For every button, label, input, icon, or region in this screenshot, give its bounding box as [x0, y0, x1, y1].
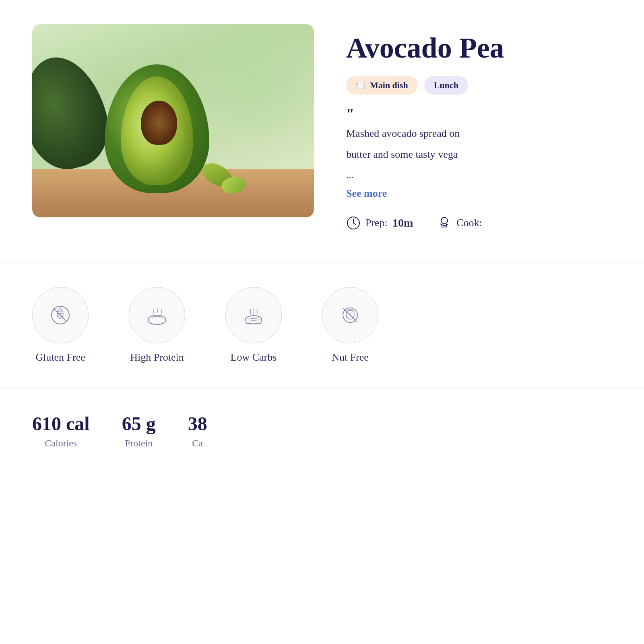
recipe-image: [32, 24, 314, 217]
tag-main-dish-label: Main dish: [370, 80, 408, 91]
carbs-label: Ca: [192, 438, 203, 449]
nut-free-icon: [336, 301, 364, 329]
high-protein-icon: [143, 301, 171, 329]
tags-row: 🍽️ Main dish Lunch: [346, 76, 612, 95]
carbs-value: 38: [188, 413, 207, 435]
tag-main-dish[interactable]: 🍽️ Main dish: [346, 76, 418, 95]
tag-lunch[interactable]: Lunch: [424, 76, 468, 95]
low-carbs-circle: [225, 287, 282, 343]
dietary-gluten-free: Gluten Free: [32, 287, 89, 363]
recipe-description-line1: Mashed avocado spread on: [346, 125, 612, 142]
info-section: Avocado Pea 🍽️ Main dish Lunch " Mashed …: [346, 24, 612, 230]
dietary-section: Gluten Free High Protein: [0, 262, 644, 388]
calories-label: Calories: [45, 438, 77, 449]
nutrition-calories: 610 cal Calories: [32, 413, 90, 449]
gluten-free-circle: [32, 287, 89, 343]
recipe-image-container: [32, 24, 314, 217]
recipe-description-ellipsis: ...: [346, 167, 612, 184]
main-dish-icon: 🍽️: [356, 80, 366, 90]
prep-label: Prep:: [365, 217, 388, 229]
avocado-whole-icon: [32, 48, 118, 178]
protein-label: Protein: [125, 438, 153, 449]
cook-time: Cook:: [437, 216, 482, 230]
svg-point-3: [441, 217, 448, 224]
dietary-nut-free: Nut Free: [322, 287, 378, 363]
gluten-free-label: Gluten Free: [35, 351, 85, 363]
prep-value: 10m: [392, 217, 413, 229]
page-container: Avocado Pea 🍽️ Main dish Lunch " Mashed …: [0, 0, 644, 497]
calories-value: 610 cal: [32, 413, 90, 435]
low-carbs-label: Low Carbs: [231, 351, 277, 363]
nut-free-label: Nut Free: [332, 351, 369, 363]
protein-value: 65 g: [122, 413, 156, 435]
nutrition-protein: 65 g Protein: [122, 413, 156, 449]
chef-icon: [437, 216, 452, 230]
cook-label: Cook:: [456, 217, 482, 229]
quote-icon: ": [346, 107, 612, 121]
clock-icon: [346, 216, 361, 230]
svg-line-2: [353, 223, 356, 225]
recipe-title: Avocado Pea: [346, 32, 612, 64]
prep-time: Prep: 10m: [346, 216, 413, 230]
see-more-link[interactable]: See more: [346, 188, 387, 200]
dietary-low-carbs: Low Carbs: [225, 287, 282, 363]
high-protein-circle: [129, 287, 185, 343]
prep-row: Prep: 10m Cook:: [346, 216, 612, 230]
nut-free-circle: [322, 287, 378, 343]
gluten-free-icon: [46, 301, 74, 329]
nutrition-section: 610 cal Calories 65 g Protein 38 Ca: [0, 388, 644, 473]
svg-line-8: [54, 308, 67, 322]
top-section: Avocado Pea 🍽️ Main dish Lunch " Mashed …: [32, 24, 612, 230]
nutrition-carbs: 38 Ca: [188, 413, 207, 449]
recipe-description-line2: butter and some tasty vega: [346, 146, 612, 163]
tag-lunch-label: Lunch: [434, 80, 458, 91]
low-carbs-icon: [239, 301, 268, 329]
dietary-high-protein: High Protein: [129, 287, 185, 363]
high-protein-label: High Protein: [130, 351, 184, 363]
